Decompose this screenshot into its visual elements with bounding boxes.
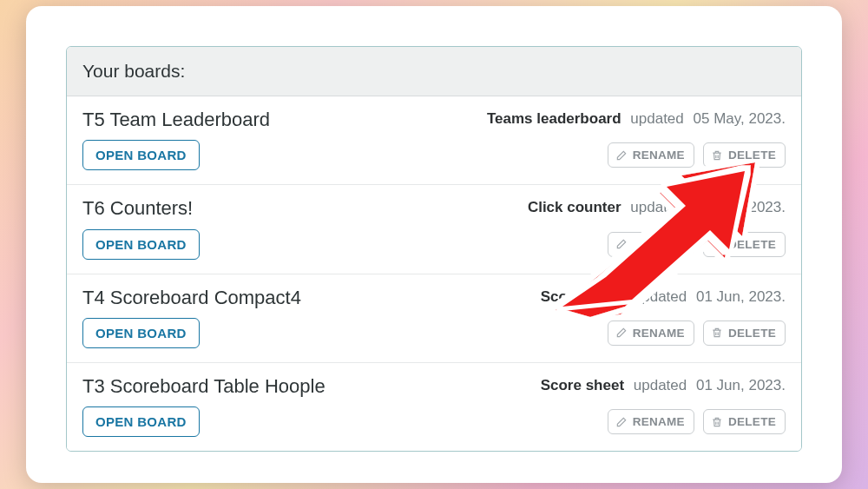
trash-icon (711, 416, 723, 428)
board-type: Score sheet (541, 288, 624, 305)
rename-label: RENAME (633, 149, 685, 162)
trash-icon (711, 327, 723, 339)
pencil-icon (615, 327, 628, 339)
board-updated-prefix: updated (634, 288, 687, 305)
board-row: T6 Counters! Click counter updated 22 Ma… (67, 185, 801, 274)
app-card: Your boards: T5 Team Leaderboard Teams l… (26, 6, 842, 484)
boards-panel: Your boards: T5 Team Leaderboard Teams l… (66, 46, 802, 453)
open-board-button[interactable]: OPEN BOARD (82, 140, 200, 170)
board-meta: Score sheet updated 01 Jun, 2023. (541, 287, 786, 306)
board-row: T4 Scoreboard Compact4 Score sheet updat… (67, 274, 801, 363)
delete-label: DELETE (728, 149, 776, 162)
board-title: T5 Team Leaderboard (82, 109, 270, 131)
board-row: T5 Team Leaderboard Teams leaderboard up… (67, 96, 801, 185)
delete-button[interactable]: DELETE (703, 409, 786, 434)
board-title: T6 Counters! (82, 197, 193, 220)
board-type: Teams leaderboard (487, 110, 621, 127)
delete-button[interactable]: DELETE (703, 232, 786, 257)
board-type: Click counter (528, 199, 621, 215)
board-actions: RENAME DELETE (608, 320, 786, 346)
board-updated-date: 05 May, 2023. (694, 110, 786, 127)
rename-label: RENAME (633, 327, 685, 340)
board-meta: Click counter updated 22 May, 2023. (528, 197, 786, 216)
rename-button[interactable]: RENAME (608, 142, 694, 168)
board-actions: RENAME DELETE (608, 232, 786, 257)
delete-label: DELETE (728, 327, 776, 340)
board-updated-date: 01 Jun, 2023. (696, 288, 786, 305)
board-updated-date: 22 May, 2023. (694, 199, 786, 215)
delete-button[interactable]: DELETE (703, 320, 786, 346)
board-updated-prefix: updated (630, 199, 683, 215)
board-type: Score sheet (541, 377, 624, 393)
rename-button[interactable]: RENAME (608, 232, 694, 257)
board-updated-prefix: updated (634, 377, 687, 393)
board-title: T3 Scoreboard Table Hoople (82, 375, 326, 398)
trash-icon (711, 149, 723, 162)
rename-button[interactable]: RENAME (608, 320, 694, 346)
board-meta: Score sheet updated 01 Jun, 2023. (541, 375, 786, 394)
pencil-icon (615, 238, 628, 250)
open-board-button[interactable]: OPEN BOARD (82, 229, 200, 260)
rename-button[interactable]: RENAME (608, 409, 694, 434)
board-title: T4 Scoreboard Compact4 (82, 287, 301, 309)
board-row: T3 Scoreboard Table Hoople Score sheet u… (67, 363, 801, 451)
open-board-button[interactable]: OPEN BOARD (82, 406, 200, 437)
open-board-button[interactable]: OPEN BOARD (82, 318, 200, 348)
board-actions: RENAME DELETE (608, 142, 786, 168)
rename-label: RENAME (633, 238, 685, 251)
board-updated-date: 01 Jun, 2023. (696, 377, 786, 393)
pencil-icon (615, 416, 628, 428)
board-updated-prefix: updated (630, 110, 683, 127)
trash-icon (711, 238, 723, 250)
pencil-icon (615, 149, 628, 162)
panel-header: Your boards: (67, 47, 801, 96)
board-actions: RENAME DELETE (608, 409, 786, 434)
board-meta: Teams leaderboard updated 05 May, 2023. (487, 109, 786, 128)
delete-button[interactable]: DELETE (703, 142, 786, 168)
rename-label: RENAME (633, 415, 685, 428)
delete-label: DELETE (728, 238, 776, 251)
delete-label: DELETE (728, 415, 776, 428)
